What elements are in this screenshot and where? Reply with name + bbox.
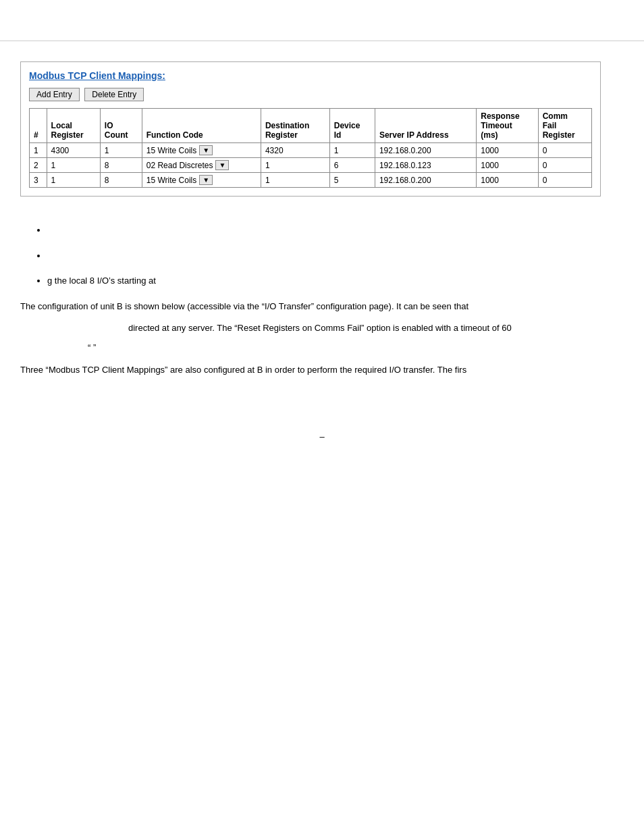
row-local-register: 1 [47,173,100,188]
row-dest-register: 1 [261,173,329,188]
row-io-count: 8 [100,173,142,188]
row-function-code[interactable]: 15 Write Coils▼ [142,143,261,158]
table-row: 14300115 Write Coils▼43201192.168.0.2001… [30,143,592,158]
paragraph-3: “ ” [88,341,624,355]
table-title: Modbus TCP Client Mappings: [29,70,592,81]
row-comm-fail: 0 [538,173,591,188]
row-server-ip: 192.168.0.123 [375,158,476,173]
bullet-list: g the local 8 I/O’s starting at [47,224,624,288]
row-response-timeout: 1000 [477,158,538,173]
bullet-item-3: g the local 8 I/O’s starting at [47,274,624,288]
delete-entry-button[interactable]: Delete Entry [84,88,144,101]
bullet-item-2 [47,249,624,263]
row-dest-register: 4320 [261,143,329,158]
row-local-register: 1 [47,158,100,173]
button-row: Add Entry Delete Entry [29,88,592,101]
function-code-dropdown[interactable]: ▼ [215,160,229,170]
function-code-wrapper: 02 Read Discretes▼ [146,160,257,170]
row-device-id: 6 [329,158,375,173]
col-header-function-code: Function Code [142,109,261,143]
mappings-table: # LocalRegister IOCount Function Code De… [29,108,592,188]
add-entry-button[interactable]: Add Entry [29,88,80,101]
function-code-text: 02 Read Discretes [146,161,213,170]
paragraph-1: The configuration of unit B is shown bel… [20,300,624,314]
row-response-timeout: 1000 [477,173,538,188]
bullet-item-1 [47,224,624,237]
col-header-comm-fail: CommFailRegister [538,109,591,143]
paragraph-2: directed at any server. The “Reset Regis… [128,321,624,336]
col-header-dest-register: DestinationRegister [261,109,329,143]
function-code-text: 15 Write Coils [146,176,196,185]
function-code-wrapper: 15 Write Coils▼ [146,145,257,155]
row-io-count: 1 [100,143,142,158]
row-response-timeout: 1000 [477,143,538,158]
col-header-num: # [30,109,47,143]
row-server-ip: 192.168.0.200 [375,173,476,188]
table-header-row: # LocalRegister IOCount Function Code De… [30,109,592,143]
function-code-dropdown[interactable]: ▼ [199,175,213,185]
function-code-wrapper: 15 Write Coils▼ [146,175,257,185]
footer-dash: – [20,432,624,442]
col-header-response-timeout: ResponseTimeout(ms) [477,109,538,143]
col-header-server-ip: Server IP Address [375,109,476,143]
row-io-count: 8 [100,158,142,173]
function-code-text: 15 Write Coils [146,146,196,155]
table-row: 21802 Read Discretes▼16192.168.0.1231000… [30,158,592,173]
row-comm-fail: 0 [538,158,591,173]
row-local-register: 4300 [47,143,100,158]
content-area: Modbus TCP Client Mappings: Add Entry De… [0,41,644,462]
modbus-table-container: Modbus TCP Client Mappings: Add Entry De… [20,61,601,197]
row-device-id: 1 [329,143,375,158]
row-server-ip: 192.168.0.200 [375,143,476,158]
row-function-code[interactable]: 02 Read Discretes▼ [142,158,261,173]
col-header-local-register: LocalRegister [47,109,100,143]
row-function-code[interactable]: 15 Write Coils▼ [142,173,261,188]
col-header-device-id: DeviceId [329,109,375,143]
col-header-io-count: IOCount [100,109,142,143]
row-device-id: 5 [329,173,375,188]
row-num: 2 [30,158,47,173]
function-code-dropdown[interactable]: ▼ [199,145,213,155]
table-row: 31815 Write Coils▼15192.168.0.20010000 [30,173,592,188]
row-num: 3 [30,173,47,188]
row-dest-register: 1 [261,158,329,173]
row-comm-fail: 0 [538,143,591,158]
paragraph-4: Three “Modbus TCP Client Mappings” are a… [20,363,624,377]
row-num: 1 [30,143,47,158]
